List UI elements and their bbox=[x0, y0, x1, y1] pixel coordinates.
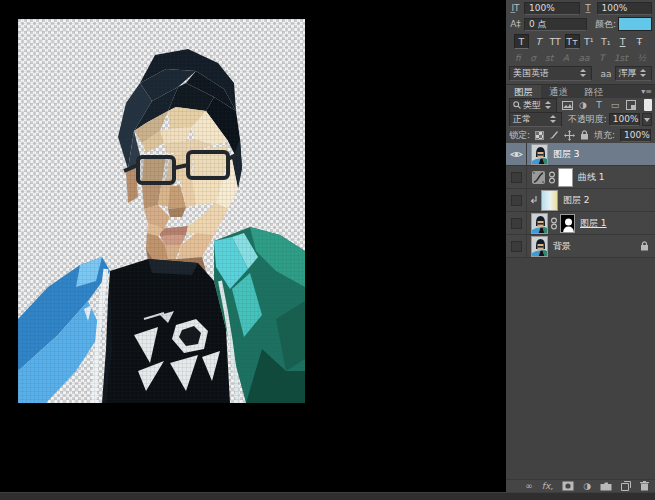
baseline-shift-field[interactable]: 0 点 bbox=[524, 18, 587, 31]
stylistic-alternates-button[interactable]: aa bbox=[578, 53, 589, 63]
curves-adjustment-icon[interactable] bbox=[531, 170, 546, 185]
layer-name[interactable]: 图层 1 bbox=[580, 217, 607, 230]
filter-toggle-switch[interactable] bbox=[644, 99, 652, 111]
layer-row-layer2[interactable]: 图层 2 bbox=[506, 189, 655, 212]
fractions-button[interactable]: ½ bbox=[637, 53, 646, 63]
tab-layers[interactable]: 图层 bbox=[506, 85, 541, 98]
fill-label: 填充: bbox=[594, 129, 615, 142]
lock-position-move-icon[interactable] bbox=[564, 130, 575, 141]
superscript-button[interactable]: T¹ bbox=[581, 34, 596, 49]
visibility-empty-box bbox=[511, 218, 522, 229]
discretionary-ligatures-button[interactable]: st bbox=[545, 53, 553, 63]
adjustment-layer-filter-icon[interactable]: ◑ bbox=[577, 100, 589, 111]
layer-row-curves1[interactable]: 曲线 1 bbox=[506, 166, 655, 189]
lock-pixels-brush-icon[interactable] bbox=[549, 130, 559, 141]
anti-alias-icon: aa bbox=[601, 69, 612, 79]
small-caps-button[interactable]: Tᴛ bbox=[565, 34, 580, 49]
subscript-button[interactable]: T₁ bbox=[598, 34, 613, 49]
layer-thumbnail[interactable] bbox=[531, 144, 548, 165]
visibility-empty-box bbox=[511, 172, 522, 183]
swash-button[interactable]: A bbox=[563, 53, 569, 63]
all-caps-button[interactable]: TT bbox=[548, 34, 563, 49]
canvas-area[interactable] bbox=[0, 0, 506, 492]
baseline-shift-icon: A‡ bbox=[509, 19, 522, 29]
background-lock-icon bbox=[640, 241, 649, 251]
new-adjustment-layer-icon[interactable]: ◑ bbox=[583, 482, 591, 491]
panel-menu-icon[interactable]: ▾≡ bbox=[641, 85, 655, 98]
mask-link-icon[interactable] bbox=[549, 171, 555, 184]
dropdown-arrows-icon bbox=[549, 115, 558, 124]
layer-thumbnail[interactable] bbox=[531, 213, 548, 234]
anti-alias-dropdown[interactable]: 浑厚 bbox=[615, 66, 652, 81]
faux-bold-button[interactable]: T bbox=[514, 34, 529, 49]
blend-mode-dropdown[interactable]: 正常 bbox=[509, 112, 562, 127]
horizontal-scale-field[interactable]: 100% bbox=[597, 2, 653, 15]
photoshop-window: I̲T 100% T̲ 100% A‡ 0 点 颜色: T T TT Tᴛ T¹… bbox=[0, 0, 655, 500]
lock-label: 锁定: bbox=[509, 129, 530, 142]
clipping-mask-arrow-icon bbox=[530, 195, 538, 206]
visibility-toggle[interactable] bbox=[506, 212, 527, 234]
character-panel: I̲T 100% T̲ 100% A‡ 0 点 颜色: T T TT Tᴛ T¹… bbox=[506, 0, 655, 84]
language-dropdown[interactable]: 美国英语 bbox=[509, 66, 592, 81]
document-image[interactable] bbox=[18, 19, 305, 403]
layer-style-fx-icon[interactable]: fx, bbox=[542, 482, 553, 491]
strikethrough-button[interactable]: Ŧ bbox=[632, 34, 647, 49]
lock-all-icon[interactable] bbox=[580, 130, 589, 141]
ligatures-button[interactable]: fi bbox=[515, 53, 521, 63]
eye-icon bbox=[510, 150, 523, 159]
tab-paths[interactable]: 路径 bbox=[576, 85, 611, 98]
shape-layer-filter-icon[interactable]: ▭ bbox=[609, 100, 621, 111]
pixel-layer-filter-icon[interactable] bbox=[561, 100, 573, 111]
layer-name[interactable]: 背景 bbox=[553, 240, 571, 253]
gradient-layer-thumbnail[interactable] bbox=[541, 190, 558, 211]
visibility-toggle[interactable] bbox=[506, 189, 527, 211]
layer-name[interactable]: 图层 3 bbox=[553, 148, 580, 161]
new-layer-icon[interactable] bbox=[621, 481, 631, 491]
type-layer-filter-icon[interactable]: T bbox=[593, 100, 605, 111]
layer-mask-thumbnail[interactable] bbox=[558, 168, 573, 187]
vertical-scale-field[interactable]: 100% bbox=[524, 2, 580, 15]
dropdown-arrows-icon bbox=[639, 69, 648, 78]
visibility-toggle[interactable] bbox=[506, 143, 527, 165]
lock-row: 锁定: 填充: 100% bbox=[506, 127, 655, 143]
delete-layer-trash-icon[interactable] bbox=[640, 481, 649, 491]
titling-alternates-button[interactable]: T bbox=[599, 53, 605, 63]
layer-name[interactable]: 图层 2 bbox=[563, 194, 590, 207]
layer-row-layer3[interactable]: 图层 3 bbox=[506, 143, 655, 166]
layers-list: 图层 3 曲线 1 图层 2 图层 1 bbox=[506, 143, 655, 479]
layers-bottom-bar: ∞ fx, ◑ bbox=[506, 479, 655, 492]
visibility-empty-box bbox=[511, 241, 522, 252]
text-color-swatch[interactable] bbox=[618, 17, 652, 31]
layer-thumbnail[interactable] bbox=[531, 236, 548, 257]
dropdown-arrows-icon bbox=[544, 101, 553, 110]
lock-transparency-icon[interactable] bbox=[535, 130, 544, 141]
layer-row-background[interactable]: 背景 bbox=[506, 235, 655, 258]
search-icon bbox=[513, 101, 521, 109]
visibility-toggle[interactable] bbox=[506, 235, 527, 257]
layer-row-layer1[interactable]: 图层 1 bbox=[506, 212, 655, 235]
horizontal-scale-icon: T̲ bbox=[582, 3, 595, 13]
contextual-alternates-button[interactable]: ơ bbox=[530, 53, 536, 63]
mask-link-icon[interactable] bbox=[551, 217, 557, 230]
opacity-dropdown-button[interactable] bbox=[642, 113, 652, 126]
color-label: 颜色: bbox=[595, 18, 616, 31]
ordinals-button[interactable]: 1st bbox=[614, 53, 628, 63]
visibility-toggle[interactable] bbox=[506, 166, 527, 188]
layer-name[interactable]: 曲线 1 bbox=[578, 171, 605, 184]
link-layers-icon[interactable]: ∞ bbox=[525, 482, 533, 491]
layer-filter-row: 类型 ◑ T ▭ bbox=[506, 98, 655, 112]
add-layer-mask-icon[interactable] bbox=[562, 481, 574, 491]
new-group-folder-icon[interactable] bbox=[600, 482, 612, 491]
faux-italic-button[interactable]: T bbox=[531, 34, 546, 49]
vertical-scale-icon: I̲T bbox=[509, 3, 522, 13]
opacity-label: 不透明度: bbox=[568, 113, 607, 126]
underline-button[interactable]: T bbox=[615, 34, 630, 49]
layer-mask-thumbnail[interactable] bbox=[560, 214, 575, 233]
tab-channels[interactable]: 通道 bbox=[541, 85, 576, 98]
opacity-value[interactable]: 100% bbox=[609, 113, 640, 126]
fill-value[interactable]: 100% bbox=[620, 129, 651, 142]
filter-kind-dropdown[interactable]: 类型 bbox=[509, 98, 557, 113]
smart-object-filter-icon[interactable] bbox=[625, 100, 637, 111]
status-bar bbox=[0, 492, 655, 500]
blend-mode-row: 正常 不透明度: 100% bbox=[506, 112, 655, 127]
